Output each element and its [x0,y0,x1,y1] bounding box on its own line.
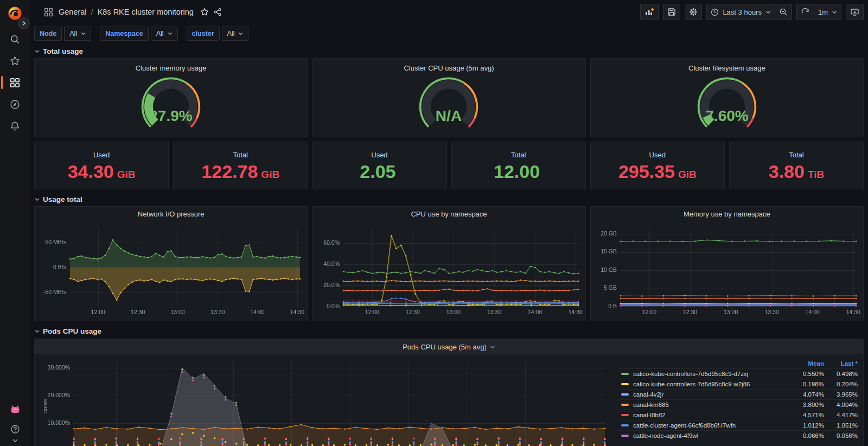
time-controls: Last 3 hours [706,4,792,20]
legend-row[interactable]: canal-l8b82 4.571% 4.417% [618,410,858,420]
chevron-down-icon [12,438,18,443]
series-color-swatch [621,414,629,416]
page-title[interactable]: K8s RKE cluster monitoring [98,8,194,16]
toolbar: Last 3 hours 1m [640,4,864,20]
panel-cluster-filesystem-usage: Cluster filesystem usage 7.60% [590,58,864,137]
share-icon[interactable] [213,8,222,16]
add-panel-icon [644,8,654,16]
refresh-interval-label: 1m [818,8,828,16]
stat-value: 295.35GiB [618,162,697,181]
section-title: Total usage [43,47,83,55]
dashboard-settings-button[interactable] [685,4,702,20]
time-range-label: Last 3 hours [723,8,762,16]
panel-title[interactable]: Pods CPU usage (5m avg) [35,339,863,354]
tv-icon [850,8,859,16]
sidebar-item-starred[interactable] [0,50,30,72]
variable-node-value[interactable]: All [64,27,91,41]
sidebar-item-dashboards[interactable] [0,72,30,93]
stat-panel[interactable]: Used 34.30GiB [34,142,169,189]
chevron-down-icon [81,32,86,35]
section-usage-total[interactable]: Usage total [34,193,864,206]
memory-gauge: 27.9% [125,74,217,137]
bell-icon [10,121,20,131]
stat-value: 3.80TiB [769,162,824,181]
panel-title[interactable]: Cluster CPU usage (5m avg) [404,61,494,74]
stat-label: Used [371,151,387,159]
series-mean-value: 0.550% [790,371,824,377]
cpu-namespace-chart[interactable] [315,222,582,318]
dashboard-grid-icon [44,8,53,17]
add-panel-button[interactable] [640,4,659,20]
stat-panel[interactable]: Total 122.78GiB [173,142,308,189]
refresh-button[interactable] [796,4,814,20]
series-last-value: 4.004% [824,402,858,408]
series-last-value: 0.204% [824,381,858,387]
save-dashboard-button[interactable] [663,4,680,20]
legend-row[interactable]: cattle-cluster-agent-66cf6d8b6f-l7wfn 1.… [618,420,858,430]
zoom-out-icon [779,8,788,16]
legend-mean-header[interactable]: Mean [790,360,824,367]
panel-title[interactable]: Cluster memory usage [136,61,207,74]
pods-cpu-chart[interactable] [37,356,609,446]
section-title: Usage total [43,195,82,203]
series-name: canal-4v2jr [633,391,790,398]
help-icon [10,424,20,434]
stat-panel[interactable]: Used 295.35GiB [590,142,725,189]
sidebar-item-explore[interactable] [0,93,30,115]
sidebar-item-help[interactable] [0,420,30,438]
series-color-swatch [621,393,629,396]
variable-node-label: Node [34,27,62,41]
panel-title[interactable]: Cluster filesystem usage [688,61,765,74]
panel-title[interactable]: Memory use by namespace [593,208,860,221]
series-mean-value: 3.800% [790,402,824,408]
series-name: calico-kube-controllers-7d5d95c8c9-w2j86 [633,381,790,387]
legend-row[interactable]: calico-kube-controllers-7d5d95c8c9-d7zxj… [618,368,858,379]
panel-pods-cpu-usage: Pods CPU usage (5m avg) Mean Last * cali… [34,339,864,446]
chevron-down-icon [34,329,40,333]
zoom-out-button[interactable] [775,4,792,20]
svg-text:7.60%: 7.60% [705,107,749,124]
legend-header: Mean Last * [618,359,858,368]
sidebar-item-alerting[interactable] [0,115,30,137]
refresh-interval-picker[interactable]: 1m [814,4,841,20]
stat-panel[interactable]: Total 12.00 [451,142,586,189]
legend-last-header[interactable]: Last * [824,360,858,367]
panel-title[interactable]: CPU use by namespace [315,208,582,221]
network-io-chart[interactable] [37,222,304,318]
variable-namespace-value[interactable]: All [151,27,178,41]
star-icon[interactable] [200,8,209,16]
variable-cluster-value[interactable]: All [222,27,249,41]
legend-row[interactable]: canal-km685 3.800% 4.004% [618,399,858,410]
stat-label: Total [233,151,248,159]
user-avatar[interactable] [0,398,30,420]
stat-label: Used [93,151,110,159]
dashboards-grid-icon [10,78,20,88]
series-last-value: 4.417% [824,412,858,418]
sidebar-expand-button[interactable] [18,17,30,29]
series-name: calico-kube-controllers-7d5d95c8c9-d7zxj [633,371,790,377]
gear-icon [689,8,698,16]
section-total-usage[interactable]: Total usage [34,44,864,58]
legend-rows: calico-kube-controllers-7d5d95c8c9-d7zxj… [618,368,858,441]
series-color-swatch [621,383,629,385]
panel-title[interactable]: Network I/O pressure [37,208,304,221]
tv-mode-button[interactable] [846,4,864,20]
memory-namespace-chart[interactable] [593,222,860,318]
pods-panel-body: Mean Last * calico-kube-controllers-7d5d… [35,354,863,446]
section-pods-cpu[interactable]: Pods CPU usage [34,324,864,338]
stat-unit: GiB [117,169,136,180]
stat-panel[interactable]: Total 3.80TiB [729,142,864,189]
time-range-picker[interactable]: Last 3 hours [706,4,775,20]
legend-row[interactable]: calico-kube-controllers-7d5d95c8c9-w2j86… [618,379,858,389]
refresh-icon [801,8,809,16]
breadcrumb: General / K8s RKE cluster monitoring [44,8,222,17]
stat-panel[interactable]: Used 2.05 [312,142,446,189]
stat-value: 2.05 [360,162,399,181]
legend-row[interactable]: cattle-node-agent-4f9wl 0.066% 0.056% [618,430,858,441]
breadcrumb-folder[interactable]: General [59,8,87,16]
panel-network-io-pressure: Network I/O pressure [34,206,308,321]
sidebar-item-search[interactable] [0,28,30,50]
panel-cluster-memory-usage: Cluster memory usage 27.9% [34,58,308,137]
stats-row: Used 34.30GiB Total 122.78GiB Used 2.05 [34,142,864,189]
legend-row[interactable]: canal-4v2jr 4.074% 3.965% [618,389,858,399]
